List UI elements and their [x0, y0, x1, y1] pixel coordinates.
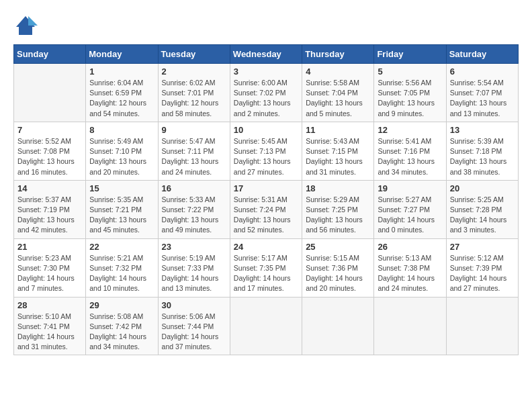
weekday-header-wednesday: Wednesday — [230, 45, 302, 64]
day-number: 27 — [450, 242, 515, 252]
day-number: 13 — [450, 125, 515, 135]
day-info: Sunrise: 5:56 AM Sunset: 7:05 PM Dayligh… — [378, 78, 442, 119]
day-info: Sunrise: 5:33 AM Sunset: 7:22 PM Dayligh… — [162, 195, 226, 236]
day-info: Sunrise: 6:04 AM Sunset: 6:59 PM Dayligh… — [89, 78, 154, 119]
day-info: Sunrise: 5:37 AM Sunset: 7:19 PM Dayligh… — [17, 195, 82, 236]
week-row-4: 21Sunrise: 5:23 AM Sunset: 7:30 PM Dayli… — [14, 238, 519, 297]
day-cell: 2Sunrise: 6:02 AM Sunset: 7:01 PM Daylig… — [158, 64, 230, 122]
week-row-3: 14Sunrise: 5:37 AM Sunset: 7:19 PM Dayli… — [14, 180, 519, 238]
day-number: 6 — [450, 66, 515, 77]
page-header — [13, 13, 519, 38]
day-number: 4 — [306, 66, 370, 77]
day-info: Sunrise: 5:27 AM Sunset: 7:27 PM Dayligh… — [378, 195, 442, 236]
day-cell — [14, 64, 86, 122]
day-cell: 6Sunrise: 5:54 AM Sunset: 7:07 PM Daylig… — [446, 64, 518, 122]
day-number: 23 — [162, 242, 226, 252]
day-number: 15 — [89, 183, 154, 193]
day-number: 10 — [234, 125, 298, 135]
day-cell: 27Sunrise: 5:12 AM Sunset: 7:39 PM Dayli… — [446, 238, 518, 297]
day-info: Sunrise: 5:52 AM Sunset: 7:08 PM Dayligh… — [17, 136, 82, 177]
day-cell — [230, 297, 302, 355]
day-number: 16 — [162, 183, 226, 193]
day-info: Sunrise: 5:29 AM Sunset: 7:25 PM Dayligh… — [306, 195, 370, 236]
day-info: Sunrise: 5:43 AM Sunset: 7:15 PM Dayligh… — [306, 136, 370, 177]
day-number: 21 — [17, 242, 82, 252]
day-info: Sunrise: 5:58 AM Sunset: 7:04 PM Dayligh… — [306, 78, 370, 119]
day-number: 7 — [17, 125, 82, 135]
day-number: 22 — [89, 242, 154, 252]
weekday-header-saturday: Saturday — [446, 45, 518, 64]
day-cell: 28Sunrise: 5:10 AM Sunset: 7:41 PM Dayli… — [14, 297, 86, 355]
day-cell: 10Sunrise: 5:45 AM Sunset: 7:13 PM Dayli… — [230, 122, 302, 180]
day-info: Sunrise: 5:21 AM Sunset: 7:32 PM Dayligh… — [89, 253, 154, 294]
weekday-header-monday: Monday — [86, 45, 158, 64]
logo-icon — [13, 13, 38, 38]
day-info: Sunrise: 6:00 AM Sunset: 7:02 PM Dayligh… — [234, 78, 298, 119]
day-cell: 23Sunrise: 5:19 AM Sunset: 7:33 PM Dayli… — [158, 238, 230, 297]
day-number: 14 — [17, 183, 82, 193]
day-number: 30 — [162, 300, 226, 310]
day-cell: 29Sunrise: 5:08 AM Sunset: 7:42 PM Dayli… — [86, 297, 158, 355]
day-info: Sunrise: 5:12 AM Sunset: 7:39 PM Dayligh… — [450, 253, 515, 294]
day-number: 17 — [234, 183, 298, 193]
day-cell: 14Sunrise: 5:37 AM Sunset: 7:19 PM Dayli… — [14, 180, 86, 238]
day-info: Sunrise: 6:02 AM Sunset: 7:01 PM Dayligh… — [162, 78, 226, 119]
calendar-table: SundayMondayTuesdayWednesdayThursdayFrid… — [13, 44, 519, 355]
day-info: Sunrise: 5:54 AM Sunset: 7:07 PM Dayligh… — [450, 78, 515, 119]
day-cell: 15Sunrise: 5:35 AM Sunset: 7:21 PM Dayli… — [86, 180, 158, 238]
day-cell: 25Sunrise: 5:15 AM Sunset: 7:36 PM Dayli… — [302, 238, 374, 297]
day-info: Sunrise: 5:15 AM Sunset: 7:36 PM Dayligh… — [306, 253, 370, 294]
day-number: 25 — [306, 242, 370, 252]
day-number: 12 — [378, 125, 442, 135]
day-number: 29 — [89, 300, 154, 310]
day-info: Sunrise: 5:19 AM Sunset: 7:33 PM Dayligh… — [162, 253, 226, 294]
day-info: Sunrise: 5:06 AM Sunset: 7:44 PM Dayligh… — [162, 312, 226, 353]
day-info: Sunrise: 5:25 AM Sunset: 7:28 PM Dayligh… — [450, 195, 515, 236]
day-cell: 1Sunrise: 6:04 AM Sunset: 6:59 PM Daylig… — [86, 64, 158, 122]
logo — [13, 13, 40, 38]
day-info: Sunrise: 5:45 AM Sunset: 7:13 PM Dayligh… — [234, 136, 298, 177]
day-number: 18 — [306, 183, 370, 193]
day-cell: 18Sunrise: 5:29 AM Sunset: 7:25 PM Dayli… — [302, 180, 374, 238]
day-number: 5 — [378, 66, 442, 77]
day-cell: 17Sunrise: 5:31 AM Sunset: 7:24 PM Dayli… — [230, 180, 302, 238]
day-number: 19 — [378, 183, 442, 193]
day-number: 20 — [450, 183, 515, 193]
day-number: 28 — [17, 300, 82, 310]
week-row-5: 28Sunrise: 5:10 AM Sunset: 7:41 PM Dayli… — [14, 297, 519, 355]
day-cell — [374, 297, 446, 355]
day-cell: 12Sunrise: 5:41 AM Sunset: 7:16 PM Dayli… — [374, 122, 446, 180]
day-number: 8 — [89, 125, 154, 135]
day-number: 26 — [378, 242, 442, 252]
weekday-header-row: SundayMondayTuesdayWednesdayThursdayFrid… — [14, 45, 519, 64]
day-info: Sunrise: 5:08 AM Sunset: 7:42 PM Dayligh… — [89, 312, 154, 353]
day-info: Sunrise: 5:10 AM Sunset: 7:41 PM Dayligh… — [17, 312, 82, 353]
day-cell: 13Sunrise: 5:39 AM Sunset: 7:18 PM Dayli… — [446, 122, 518, 180]
weekday-header-friday: Friday — [374, 45, 446, 64]
weekday-header-thursday: Thursday — [302, 45, 374, 64]
day-number: 24 — [234, 242, 298, 252]
week-row-1: 1Sunrise: 6:04 AM Sunset: 6:59 PM Daylig… — [14, 64, 519, 122]
day-cell — [446, 297, 518, 355]
day-number: 1 — [89, 66, 154, 77]
week-row-2: 7Sunrise: 5:52 AM Sunset: 7:08 PM Daylig… — [14, 122, 519, 180]
day-cell: 16Sunrise: 5:33 AM Sunset: 7:22 PM Dayli… — [158, 180, 230, 238]
day-info: Sunrise: 5:23 AM Sunset: 7:30 PM Dayligh… — [17, 253, 82, 294]
day-cell: 22Sunrise: 5:21 AM Sunset: 7:32 PM Dayli… — [86, 238, 158, 297]
day-info: Sunrise: 5:13 AM Sunset: 7:38 PM Dayligh… — [378, 253, 442, 294]
day-cell: 20Sunrise: 5:25 AM Sunset: 7:28 PM Dayli… — [446, 180, 518, 238]
weekday-header-sunday: Sunday — [14, 45, 86, 64]
day-info: Sunrise: 5:31 AM Sunset: 7:24 PM Dayligh… — [234, 195, 298, 236]
day-cell: 5Sunrise: 5:56 AM Sunset: 7:05 PM Daylig… — [374, 64, 446, 122]
day-info: Sunrise: 5:39 AM Sunset: 7:18 PM Dayligh… — [450, 136, 515, 177]
day-number: 2 — [162, 66, 226, 77]
weekday-header-tuesday: Tuesday — [158, 45, 230, 64]
day-info: Sunrise: 5:17 AM Sunset: 7:35 PM Dayligh… — [234, 253, 298, 294]
day-cell: 19Sunrise: 5:27 AM Sunset: 7:27 PM Dayli… — [374, 180, 446, 238]
day-info: Sunrise: 5:41 AM Sunset: 7:16 PM Dayligh… — [378, 136, 442, 177]
day-cell: 21Sunrise: 5:23 AM Sunset: 7:30 PM Dayli… — [14, 238, 86, 297]
day-cell: 30Sunrise: 5:06 AM Sunset: 7:44 PM Dayli… — [158, 297, 230, 355]
day-cell: 7Sunrise: 5:52 AM Sunset: 7:08 PM Daylig… — [14, 122, 86, 180]
day-cell: 4Sunrise: 5:58 AM Sunset: 7:04 PM Daylig… — [302, 64, 374, 122]
day-number: 11 — [306, 125, 370, 135]
